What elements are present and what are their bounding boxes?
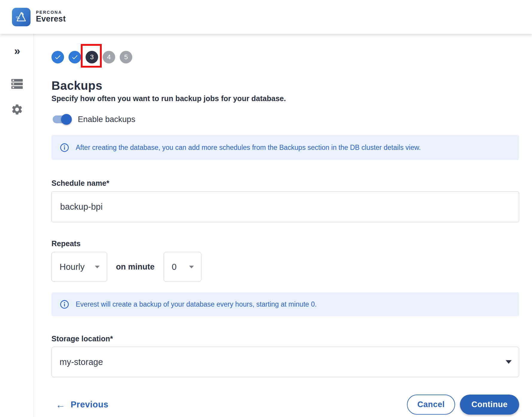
page-title: Backups	[51, 79, 519, 92]
step-1-completed[interactable]	[51, 51, 64, 63]
app-header: PERCONA Everest	[0, 0, 532, 34]
brand-everest: Everest	[36, 15, 66, 24]
schedule-name-input[interactable]	[51, 191, 519, 222]
minute-value: 0	[172, 262, 177, 272]
schedules-info-alert: After creating the database, you can add…	[51, 135, 519, 160]
step-5[interactable]: 5	[120, 51, 132, 63]
databases-icon[interactable]	[0, 78, 34, 90]
step-2-completed[interactable]	[69, 51, 81, 63]
storage-location-value: my-storage	[60, 357, 103, 367]
previous-button[interactable]: ← Previous	[56, 400, 109, 410]
wizard-stepper: 3 4 5	[51, 51, 519, 63]
info-icon	[60, 300, 69, 309]
enable-backups-toggle[interactable]	[53, 115, 71, 123]
chevron-down-icon	[95, 266, 100, 268]
enable-backups-label: Enable backups	[78, 115, 135, 124]
settings-gear-icon[interactable]	[0, 103, 34, 116]
check-icon	[71, 54, 78, 61]
minute-select[interactable]: 0	[164, 252, 201, 282]
repeats-frequency-select[interactable]: Hourly	[51, 252, 107, 282]
frequency-info-text: Everest will create a backup of your dat…	[76, 300, 317, 308]
page-subtitle: Specify how often you want to run backup…	[51, 94, 519, 103]
storage-location-select[interactable]: my-storage	[51, 347, 519, 377]
on-minute-label: on minute	[114, 262, 156, 272]
repeats-row: Hourly on minute 0	[51, 252, 519, 282]
brand-percona: PERCONA	[36, 10, 66, 15]
cancel-button[interactable]: Cancel	[407, 395, 455, 415]
schedule-name-label: Schedule name*	[51, 179, 519, 188]
expand-sidebar-icon[interactable]: »	[0, 46, 34, 57]
check-icon	[54, 54, 61, 61]
continue-button[interactable]: Continue	[460, 395, 519, 415]
main-panel: 3 4 5 Backups Specify how often you want…	[34, 34, 532, 417]
brand-text: PERCONA Everest	[36, 10, 66, 24]
step-3-active[interactable]: 3	[86, 51, 98, 63]
step-4[interactable]: 4	[103, 51, 115, 63]
repeats-frequency-value: Hourly	[60, 262, 85, 272]
chevron-down-icon	[506, 360, 512, 364]
enable-backups-row: Enable backups	[51, 113, 519, 126]
frequency-info-alert: Everest will create a backup of your dat…	[51, 292, 519, 316]
info-icon	[60, 143, 69, 152]
schedules-info-text: After creating the database, you can add…	[76, 144, 421, 152]
previous-label: Previous	[71, 400, 109, 410]
toggle-thumb	[61, 114, 72, 125]
percona-everest-logo-icon	[12, 8, 31, 26]
storage-location-label: Storage location*	[51, 334, 519, 343]
left-sidebar: »	[0, 34, 34, 417]
arrow-left-icon: ←	[56, 400, 65, 410]
repeats-label: Repeats	[51, 239, 519, 248]
wizard-footer: ← Previous Cancel Continue	[51, 395, 519, 415]
chevron-down-icon	[189, 266, 194, 268]
